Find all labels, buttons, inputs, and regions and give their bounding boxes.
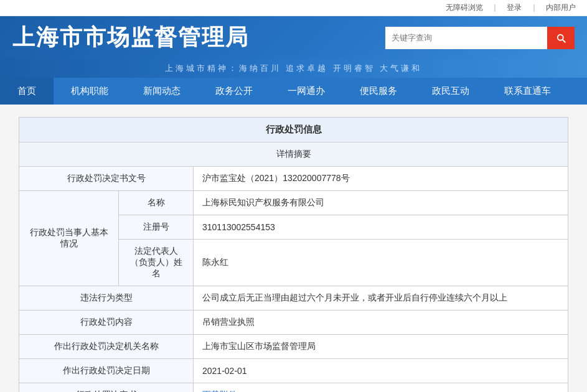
sub-label-regnum: 注册号 xyxy=(119,215,194,240)
internal-user-link[interactable]: 内部用户 xyxy=(546,3,576,12)
main-nav: 首页 机构职能 新闻动态 政务公开 一网通办 便民服务 政民互动 联系直通车 xyxy=(0,78,587,105)
table-row-authority: 作出行政处罚决定机关名称 上海市宝山区市场监督管理局 xyxy=(19,335,568,359)
sub-value-regnum: 310113002554153 xyxy=(194,215,568,240)
content-area: 行政处罚信息 详情摘要 行政处罚决定书文号 沪市监宝处（2021）1320200… xyxy=(0,105,587,392)
field-value-punishment: 吊销营业执照 xyxy=(194,310,568,335)
sub-value-legal: 陈永红 xyxy=(194,240,568,286)
table-sub-header-row: 详情摘要 xyxy=(19,142,568,167)
field-label-punishment: 行政处罚内容 xyxy=(19,310,194,335)
header: 上海市市场监督管理局 xyxy=(0,16,587,59)
nav-item-news[interactable]: 新闻动态 xyxy=(126,78,198,105)
table-row-punishment: 行政处罚内容 吊销营业执照 xyxy=(19,310,568,335)
search-button[interactable] xyxy=(547,27,575,49)
download-attachment-link[interactable]: 下载附件 xyxy=(202,390,237,392)
site-title: 上海市市场监督管理局 xyxy=(12,22,249,53)
sub-value-name: 上海标民知识产权服务有限公司 xyxy=(194,191,568,215)
field-label-authority: 作出行政处罚决定机关名称 xyxy=(19,335,194,359)
accessibility-link[interactable]: 无障碍浏览 xyxy=(446,3,483,12)
table-row-date: 作出行政处罚决定日期 2021-02-01 xyxy=(19,359,568,383)
table-sub-header: 详情摘要 xyxy=(19,142,568,167)
field-value-authority: 上海市宝山区市场监督管理局 xyxy=(194,335,568,359)
sub-label-legal: 法定代表人（负责人）姓名 xyxy=(119,240,194,286)
field-value-document: 下载附件 xyxy=(194,383,568,393)
nav-item-contact[interactable]: 联系直通车 xyxy=(487,78,568,105)
search-box xyxy=(385,27,575,49)
nav-item-network[interactable]: 一网通办 xyxy=(270,78,342,105)
nav-item-home[interactable]: 首页 xyxy=(0,78,54,105)
field-label-date: 作出行政处罚决定日期 xyxy=(19,359,194,383)
search-icon xyxy=(555,32,566,44)
nav-item-government[interactable]: 政务公开 xyxy=(198,78,270,105)
table-row: 行政处罚决定书文号 沪市监宝处（2021）132020007778号 xyxy=(19,167,568,191)
field-value-date: 2021-02-01 xyxy=(194,359,568,383)
table-row-name: 行政处罚当事人基本情况 名称 上海标民知识产权服务有限公司 xyxy=(19,191,568,215)
field-label-document: 行政处罚决定书 xyxy=(19,383,194,393)
nav-item-service[interactable]: 便民服务 xyxy=(342,78,415,105)
table-main-header: 行政处罚信息 xyxy=(19,118,568,142)
field-label-1: 行政处罚决定书文号 xyxy=(19,167,194,191)
field-label-violation: 违法行为类型 xyxy=(19,286,194,310)
slogan: 上海城市精神：海纳百川 追求卓越 开明睿智 大气谦和 xyxy=(0,59,587,78)
table-row-violation: 违法行为类型 公司成立后无正当理由超过六个月未开业，或者开业后自行停业连续六个月… xyxy=(19,286,568,310)
field-value-violation: 公司成立后无正当理由超过六个月未开业，或者开业后自行停业连续六个月以上 xyxy=(194,286,568,310)
table-row-document: 行政处罚决定书 下载附件 xyxy=(19,383,568,393)
sub-label-name: 名称 xyxy=(119,191,194,215)
nav-item-institution[interactable]: 机构职能 xyxy=(54,78,126,105)
table-main-header-row: 行政处罚信息 xyxy=(19,118,568,142)
nav-item-interaction[interactable]: 政民互动 xyxy=(415,78,487,105)
top-bar: 无障碍浏览 ｜ 登录 ｜ 内部用户 xyxy=(0,0,587,16)
login-link[interactable]: 登录 xyxy=(507,3,522,12)
info-table: 行政处罚信息 详情摘要 行政处罚决定书文号 沪市监宝处（2021）1320200… xyxy=(19,117,568,392)
field-value-1: 沪市监宝处（2021）132020007778号 xyxy=(194,167,568,191)
search-input[interactable] xyxy=(385,27,547,49)
group-label: 行政处罚当事人基本情况 xyxy=(19,191,119,286)
